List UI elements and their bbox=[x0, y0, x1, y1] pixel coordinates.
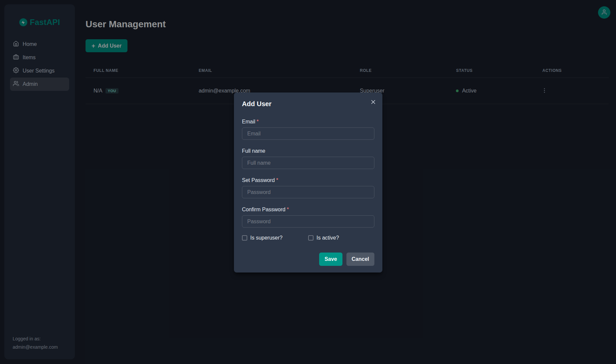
confirm-password-field-label: Confirm Password* bbox=[242, 206, 374, 214]
required-asterisk: * bbox=[287, 207, 289, 212]
confirm-password-field[interactable] bbox=[242, 215, 374, 228]
is-active-checkbox[interactable] bbox=[308, 235, 313, 241]
full-name-field-group: Full name bbox=[242, 147, 374, 169]
email-field-label: Email* bbox=[242, 118, 374, 126]
save-button[interactable]: Save bbox=[319, 253, 342, 266]
is-active-option: Is active? bbox=[308, 235, 374, 241]
set-password-field-group: Set Password* bbox=[242, 176, 374, 198]
is-superuser-label[interactable]: Is superuser? bbox=[250, 235, 283, 241]
checkbox-row: Is superuser? Is active? bbox=[242, 235, 374, 241]
modal-close-button[interactable] bbox=[368, 96, 378, 107]
full-name-field[interactable] bbox=[242, 157, 374, 169]
confirm-password-field-group: Confirm Password* bbox=[242, 206, 374, 228]
modal-footer: Save Cancel bbox=[242, 253, 374, 266]
close-icon bbox=[371, 99, 376, 104]
required-asterisk: * bbox=[276, 177, 278, 183]
required-asterisk: * bbox=[257, 119, 259, 124]
cancel-button[interactable]: Cancel bbox=[346, 253, 374, 266]
set-password-field-label: Set Password* bbox=[242, 176, 374, 184]
set-password-field[interactable] bbox=[242, 186, 374, 198]
is-superuser-option: Is superuser? bbox=[242, 235, 308, 241]
is-active-label[interactable]: Is active? bbox=[316, 235, 339, 241]
email-field-group: Email* bbox=[242, 118, 374, 140]
add-user-modal: Add User Email* Full name Set Password* … bbox=[234, 92, 382, 273]
modal-title: Add User bbox=[242, 99, 374, 108]
is-superuser-checkbox[interactable] bbox=[242, 235, 247, 241]
email-field[interactable] bbox=[242, 127, 374, 140]
full-name-field-label: Full name bbox=[242, 147, 374, 155]
